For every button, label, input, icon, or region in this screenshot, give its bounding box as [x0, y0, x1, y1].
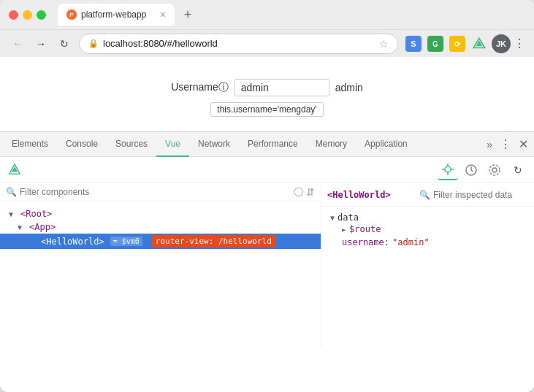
- inspector-component-name: <HelloWorld>: [327, 190, 391, 200]
- vue-extension-icon[interactable]: [470, 34, 489, 53]
- username-display: admin: [335, 82, 363, 93]
- main-page: Usernameⓘ admin this.username='mengday': [0, 57, 534, 131]
- vue-logo-icon: [6, 161, 23, 179]
- browser-window: P platform-webapp × + ← → ↻ 🔒 localhost:…: [0, 0, 534, 392]
- tree-item-helloworld[interactable]: <HelloWorld> = $vm0 router-view: /hellow…: [0, 234, 321, 249]
- data-section: ▼ data ► $route username: "admin": [330, 212, 525, 249]
- username-label: Usernameⓘ: [171, 81, 229, 94]
- tab-bar: P platform-webapp × +: [58, 4, 525, 26]
- close-button[interactable]: [9, 10, 18, 20]
- svg-point-18: [492, 168, 497, 172]
- devtools-body: 🔍 ◯ ⇵ ▼ <Root>: [0, 183, 534, 347]
- tree-item-root[interactable]: ▼ <Root>: [0, 207, 321, 220]
- url-text: localhost:8080/#/helloworld: [103, 38, 375, 49]
- inspect-component-icon[interactable]: [438, 160, 458, 180]
- data-section-toggle[interactable]: ▼ data: [330, 212, 525, 223]
- route-badge: router-view: /helloworld: [151, 235, 276, 247]
- tab-sources[interactable]: Sources: [107, 132, 156, 157]
- svg-text:⟳: ⟳: [454, 40, 461, 48]
- inspector-header: <HelloWorld> 🔍: [321, 183, 534, 207]
- tree-arrow-icon: ▼: [18, 223, 26, 231]
- devtools-menu-button[interactable]: ⋮: [495, 137, 516, 151]
- inspector-search-input[interactable]: [433, 190, 528, 200]
- maximize-button[interactable]: [37, 10, 46, 20]
- extension-icon-2[interactable]: G: [426, 34, 445, 53]
- tree-arrow-icon: ▼: [9, 210, 18, 218]
- title-bar: P platform-webapp × +: [0, 0, 534, 29]
- devtools-tabs-bar: Elements Console Sources Vue Network Per…: [0, 132, 534, 157]
- url-bar[interactable]: 🔒 localhost:8080/#/helloworld ☆: [79, 34, 398, 54]
- component-panel: 🔍 ◯ ⇵ ▼ <Root>: [0, 183, 321, 347]
- tree-tag-helloworld: <HelloWorld>: [41, 237, 104, 247]
- tab-network[interactable]: Network: [189, 132, 239, 157]
- component-search-bar: 🔍 ◯ ⇵: [0, 183, 321, 201]
- tree-tag-app: <App>: [29, 222, 56, 232]
- panel-search-actions: ◯ ⇵: [294, 186, 315, 198]
- tab-title: platform-webapp: [81, 9, 156, 20]
- settings-icon[interactable]: [484, 160, 505, 180]
- username-row: Usernameⓘ admin: [171, 79, 363, 96]
- extension-icon-1[interactable]: S: [404, 34, 423, 53]
- route-arrow-icon: ►: [342, 226, 346, 234]
- route-key: $route: [349, 224, 381, 234]
- tab-performance[interactable]: Performance: [239, 132, 307, 157]
- svg-point-12: [445, 166, 451, 172]
- tree-item-app[interactable]: ▼ <App>: [0, 220, 321, 234]
- data-section-label: data: [337, 212, 359, 223]
- username-inspector-key: username:: [342, 237, 389, 247]
- inspector-search-bar: 🔍: [419, 190, 528, 200]
- browser-tab[interactable]: P platform-webapp ×: [58, 4, 175, 26]
- tab-application[interactable]: Application: [356, 132, 416, 157]
- username-tooltip: this.username='mengday': [210, 102, 323, 117]
- bookmark-icon[interactable]: ☆: [379, 38, 389, 50]
- browser-menu-button[interactable]: ⋮: [514, 36, 525, 50]
- new-tab-button[interactable]: +: [178, 4, 198, 25]
- refresh-button[interactable]: ↻: [56, 35, 73, 53]
- tab-elements[interactable]: Elements: [3, 132, 57, 157]
- back-button[interactable]: ←: [9, 35, 26, 53]
- tree-arrow-icon: [29, 237, 38, 245]
- svg-text:S: S: [411, 39, 416, 48]
- sort-icon[interactable]: ⇵: [306, 186, 315, 198]
- tab-console[interactable]: Console: [57, 132, 107, 157]
- toolbar-icons: S G ⟳ JK ⋮: [404, 34, 525, 53]
- username-inspector-value: "admin": [392, 237, 430, 247]
- tab-memory[interactable]: Memory: [307, 132, 356, 157]
- inspector-search-icon: 🔍: [419, 190, 430, 200]
- svg-text:G: G: [432, 40, 438, 48]
- username-row-inspector: username: "admin": [330, 236, 525, 249]
- filter-options-icon[interactable]: ◯: [294, 186, 303, 198]
- refresh-devtools-icon[interactable]: ↻: [508, 160, 528, 180]
- section-arrow-icon: ▼: [330, 214, 335, 222]
- component-tree: ▼ <Root> ▼ <App> <HelloWorld> = $vm: [0, 201, 321, 255]
- route-row[interactable]: ► $route: [330, 223, 525, 236]
- inspector-panel: <HelloWorld> 🔍 ▼ data: [321, 183, 534, 347]
- traffic-lights: [9, 10, 46, 20]
- search-icon: 🔍: [6, 187, 17, 197]
- forward-button[interactable]: →: [32, 35, 50, 53]
- page-content: Usernameⓘ admin this.username='mengday' …: [0, 57, 534, 392]
- devtools: Elements Console Sources Vue Network Per…: [0, 131, 534, 347]
- svg-text:P: P: [69, 12, 74, 18]
- component-search-input[interactable]: [20, 187, 291, 197]
- timeline-icon[interactable]: [461, 160, 481, 180]
- vm-badge: = $vm0: [110, 237, 142, 246]
- tree-tag-root: <Root>: [20, 209, 52, 219]
- lock-icon: 🔒: [88, 39, 99, 48]
- user-avatar[interactable]: JK: [492, 34, 511, 53]
- tab-close-icon[interactable]: ×: [160, 9, 166, 20]
- vue-toolbar: ↻: [0, 157, 534, 183]
- tab-vue[interactable]: Vue: [156, 132, 189, 157]
- minimize-button[interactable]: [23, 10, 32, 20]
- devtools-close-button[interactable]: ✕: [516, 137, 531, 151]
- address-bar: ← → ↻ 🔒 localhost:8080/#/helloworld ☆ S …: [0, 29, 534, 57]
- inspector-body: ▼ data ► $route username: "admin": [321, 207, 534, 258]
- svg-point-19: [489, 165, 500, 175]
- tab-favicon: P: [66, 9, 77, 20]
- extension-icon-3[interactable]: ⟳: [448, 34, 467, 53]
- username-input[interactable]: [234, 79, 329, 96]
- more-tabs-button[interactable]: »: [484, 139, 495, 150]
